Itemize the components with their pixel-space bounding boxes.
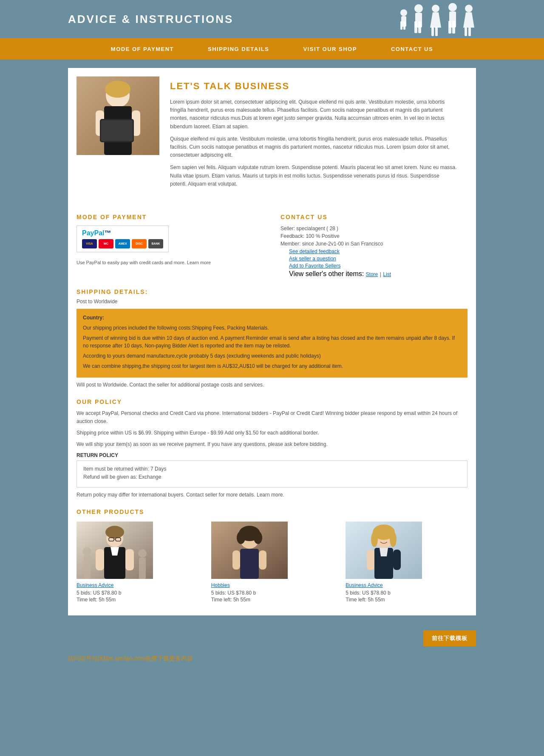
hero-text: LET'S TALK BUSINESS Lorem ipsum dolor si…	[159, 76, 468, 197]
shipping-box-line-0: Country:	[83, 314, 461, 322]
product-img-icon-2	[346, 522, 422, 579]
hero-person-icon	[76, 76, 159, 155]
svg-marker-17	[463, 12, 474, 28]
product-time-1: Time left: 5h 55m	[211, 597, 333, 603]
contact-member-label: Member:	[280, 241, 300, 247]
policy-section: OUR POLICY We accept PayPal, Personal ch…	[68, 396, 476, 506]
svg-rect-19	[468, 27, 471, 36]
svg-rect-7	[418, 21, 421, 33]
svg-point-40	[83, 547, 91, 556]
svg-rect-43	[139, 558, 146, 579]
product-bids-0: 5 bids: US $78.80 b	[76, 590, 198, 596]
svg-rect-39	[125, 549, 134, 570]
svg-rect-61	[393, 550, 401, 570]
product-name-1[interactable]: Hobbies	[211, 582, 333, 588]
contact-view-items: View seller's other items: Store | List	[289, 270, 391, 277]
policy-text-3: We will ship your item(s) as soon as we …	[76, 440, 468, 449]
return-item: Item must be returned within: 7 Days	[83, 466, 461, 472]
svg-point-47	[237, 531, 245, 544]
product-item-2: Business Advice 5 bids: US $78.80 b Time…	[346, 522, 468, 603]
contact-feedback-label: Feedback:	[280, 233, 304, 239]
watermark: 访问叩号社区bbs.xenlao.com免费下载更多内容	[0, 653, 544, 669]
svg-point-4	[414, 4, 423, 13]
product-image-1	[211, 522, 288, 579]
shipping-box-line-1: Our shipping prices included the followi…	[83, 324, 461, 332]
contact-title: CONTACT US	[280, 214, 468, 220]
svg-rect-15	[452, 21, 455, 34]
shipping-title: SHIPPING DETAILS:	[76, 288, 468, 295]
contact-feedback: Feedback: 100 % Positive	[280, 233, 468, 239]
svg-rect-11	[435, 27, 438, 36]
svg-rect-2	[400, 21, 402, 30]
svg-rect-10	[431, 27, 434, 36]
svg-point-57	[390, 532, 397, 547]
shipping-box-line-2: Payment of winning bid is due within 10 …	[83, 334, 461, 350]
contact-link-feedback[interactable]: See detailed feedback	[289, 248, 468, 254]
products-title: OTHER PRODUCTS	[76, 508, 468, 515]
products-grid: Business Advice 5 bids: US $78.80 b Time…	[76, 522, 468, 603]
contact-info: Seller: specialagent ( 28 ) Feedback: 10…	[280, 226, 468, 278]
svg-point-16	[465, 5, 473, 12]
hero-section: LET'S TALK BUSINESS Lorem ipsum dolor si…	[68, 68, 476, 205]
shipping-box-line-4: We can combine shipping,the shipping cos…	[83, 362, 461, 370]
post-to: Post to Worldwide	[76, 299, 468, 305]
bank-logo: BANK	[148, 239, 163, 248]
payment-section: MODE OF PAYMENT PayPal™ VISA MC AMEX DIS…	[76, 214, 264, 278]
svg-rect-3	[403, 21, 405, 30]
paypal-logo: PayPal™	[82, 229, 163, 237]
svg-rect-41	[84, 556, 91, 579]
payment-logo-box: PayPal™ VISA MC AMEX DISC BANK	[76, 226, 169, 252]
product-img-icon-0	[76, 522, 153, 579]
product-name-0[interactable]: Business Advice	[76, 582, 198, 588]
other-products-section: OTHER PRODUCTS	[68, 506, 476, 615]
hero-paragraph-1: Lorem ipsum dolor sit amet, consectetuer…	[170, 98, 457, 131]
shipping-section: SHIPPING DETAILS: Post to Worldwide Coun…	[68, 286, 476, 396]
contact-member: Member: since June-2v1-00 in San Francis…	[280, 241, 468, 247]
policy-title: OUR POLICY	[76, 398, 468, 405]
svg-marker-59	[380, 548, 388, 556]
contact-section: CONTACT US Seller: specialagent ( 28 ) F…	[280, 214, 468, 278]
policy-text-2: Shipping price within US is $6.99. Shipp…	[76, 429, 468, 437]
watermark-text: 访问叩号社区bbs.xenlao.com免费下载更多内容	[68, 655, 193, 662]
svg-point-42	[138, 549, 147, 558]
shipping-box-line-3: According to yours demand manufacture,cy…	[83, 352, 461, 360]
svg-rect-51	[232, 550, 240, 570]
nav-item-shop[interactable]: VISIT OUR SHOP	[286, 38, 374, 59]
return-refund: Refund will be given as: Exchange	[83, 474, 461, 480]
main-content: LET'S TALK BUSINESS Lorem ipsum dolor si…	[0, 59, 544, 624]
return-policy-label: RETURN POLICY	[76, 452, 468, 458]
nav-item-shipping[interactable]: SHIPPING DETAILS	[191, 38, 286, 59]
nav-item-payment[interactable]: MODE OF PAYMENT	[94, 38, 191, 59]
product-image-2	[346, 522, 422, 579]
nav: MODE OF PAYMENT SHIPPING DETAILS VISIT O…	[0, 38, 544, 59]
svg-point-12	[448, 3, 457, 11]
svg-marker-9	[430, 12, 441, 28]
svg-point-8	[432, 5, 439, 12]
hero-image	[76, 76, 159, 155]
payment-contact-row: MODE OF PAYMENT PayPal™ VISA MC AMEX DIS…	[68, 205, 476, 286]
svg-rect-60	[367, 550, 374, 570]
header: ADVICE & INSTRUCTIONS	[0, 0, 544, 38]
mc-logo: MC	[99, 239, 113, 248]
payment-title: MODE OF PAYMENT	[76, 214, 264, 220]
header-title: ADVICE & INSTRUCTIONS	[68, 13, 233, 26]
product-img-icon-1	[211, 522, 288, 579]
content-wrapper: LET'S TALK BUSINESS Lorem ipsum dolor si…	[68, 68, 476, 615]
contact-links: See detailed feedback Ask seller a quest…	[289, 248, 468, 278]
svg-rect-18	[465, 27, 467, 36]
product-time-2: Time left: 5h 55m	[346, 597, 468, 603]
silhouette-icon	[391, 2, 476, 36]
nav-item-contact[interactable]: CONTACT US	[374, 38, 450, 59]
contact-link-question[interactable]: Ask seller a question	[289, 256, 468, 262]
policy-text-1: We accept PayPal, Personal checks and Cr…	[76, 409, 468, 426]
header-silhouette	[391, 2, 476, 36]
download-btn-container: 前往下载模板	[0, 624, 544, 653]
download-button[interactable]: 前往下载模板	[423, 630, 476, 646]
hero-paragraph-2: Quisque eleifend mi quis ante. Vestibulu…	[170, 135, 457, 160]
svg-rect-52	[259, 550, 266, 570]
contact-link-favorite[interactable]: Add to Favorite Sellers	[289, 263, 468, 269]
contact-link-store[interactable]: Store	[366, 271, 378, 277]
product-name-2[interactable]: Business Advice	[346, 582, 468, 588]
contact-link-list[interactable]: List	[383, 271, 391, 277]
product-bids-1: 5 bids: US $78.80 b	[211, 590, 333, 596]
